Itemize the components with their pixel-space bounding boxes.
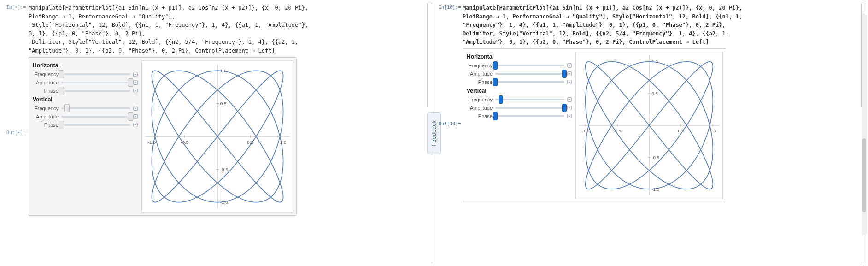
svg-text:1.0: 1.0 — [220, 68, 227, 73]
slider-expand-icon[interactable]: ▸ — [133, 80, 138, 85]
slider-expand-icon[interactable]: ▸ — [567, 63, 572, 68]
slider-track[interactable] — [61, 124, 130, 126]
slider-track[interactable] — [61, 82, 130, 83]
slider-label: Frequency — [466, 63, 493, 68]
slider-row: Amplitude▸ — [466, 105, 572, 111]
slider-row: Amplitude▸ — [466, 71, 572, 77]
svg-text:-0.5: -0.5 — [181, 139, 189, 144]
slider-row: Frequency▸ — [466, 63, 572, 68]
manipulate-panel: ⊗ HorizontalFrequency▸Amplitude▸Phase▸Ve… — [29, 57, 297, 216]
slider-row: Phase▸ — [466, 113, 572, 119]
slider-thumb[interactable] — [59, 121, 64, 129]
svg-text:1.0: 1.0 — [652, 59, 658, 64]
slider-track[interactable] — [61, 107, 130, 109]
slider-row: Frequency▸ — [32, 106, 138, 111]
slider-track[interactable] — [495, 107, 564, 109]
slider-thumb[interactable] — [562, 70, 567, 78]
slider-row: Phase▸ — [466, 79, 572, 85]
manipulate-panel: ⊗ HorizontalFrequency▸Amplitude▸Phase▸Ve… — [463, 48, 726, 202]
group-title: Vertical — [33, 96, 138, 103]
input-code[interactable]: Manipulate[ParametricPlot[{a1 Sin[n1 (x … — [463, 4, 748, 47]
slider-label: Frequency — [32, 106, 59, 111]
svg-text:-1.0: -1.0 — [220, 200, 229, 205]
slider-track[interactable] — [495, 99, 564, 100]
svg-text:0.5: 0.5 — [220, 101, 227, 106]
slider-track[interactable] — [495, 73, 564, 75]
slider-track[interactable] — [495, 81, 564, 83]
slider-row: Amplitude▸ — [32, 114, 138, 119]
svg-text:0.5: 0.5 — [678, 128, 684, 133]
slider-expand-icon[interactable]: ▸ — [567, 80, 572, 84]
input-code[interactable]: Manipulate[ParametricPlot[{a1 Sin[n1 (x … — [29, 4, 314, 55]
group-title: Horizontal — [467, 53, 572, 60]
output-cell: Out[10]= ⊗ HorizontalFrequency▸Amplitude… — [439, 48, 863, 202]
svg-text:-0.5: -0.5 — [652, 155, 660, 160]
slider-row: Frequency▸ — [466, 97, 572, 102]
slider-track[interactable] — [61, 73, 130, 75]
slider-label: Phase — [466, 79, 493, 85]
slider-thumb[interactable] — [499, 95, 503, 104]
in-label: In[•]:= — [5, 4, 26, 10]
svg-text:-1.0: -1.0 — [148, 139, 156, 144]
slider-thumb[interactable] — [59, 87, 64, 95]
out-label: Out[10]= — [439, 120, 460, 126]
scrollbar[interactable] — [862, 14, 867, 235]
slider-expand-icon[interactable]: ▸ — [133, 106, 138, 111]
svg-text:-1.0: -1.0 — [581, 128, 589, 133]
slider-thumb[interactable] — [128, 78, 133, 87]
group-title: Horizontal — [33, 62, 138, 69]
slider-row: Phase▸ — [32, 122, 138, 128]
scroll-thumb[interactable] — [862, 138, 866, 212]
out-label: Out[•]= — [5, 129, 26, 135]
lissajous-plot: -1.0-0.50.51.0-1.0-0.50.51.0 — [141, 60, 293, 213]
slider-track[interactable] — [495, 115, 564, 117]
input-cell: In[10]:= Manipulate[ParametricPlot[{a1 S… — [439, 4, 863, 47]
slider-row: Frequency▸ — [32, 71, 138, 77]
slider-expand-icon[interactable]: ▸ — [567, 114, 572, 118]
slider-expand-icon[interactable]: ▸ — [567, 106, 572, 110]
slider-thumb[interactable] — [493, 112, 498, 120]
slider-label: Amplitude — [32, 114, 59, 119]
slider-track[interactable] — [495, 65, 564, 66]
svg-text:-1.0: -1.0 — [652, 187, 660, 192]
svg-text:1.0: 1.0 — [710, 128, 716, 133]
svg-text:1.0: 1.0 — [280, 139, 287, 144]
slider-thumb[interactable] — [562, 104, 567, 112]
controls-column: HorizontalFrequency▸Amplitude▸Phase▸Vert… — [32, 60, 138, 213]
in-label: In[10]:= — [439, 4, 460, 10]
output-cell: Out[•]= ⊗ HorizontalFrequency▸Amplitude▸… — [5, 57, 429, 216]
slider-thumb[interactable] — [59, 70, 64, 78]
slider-row: Phase▸ — [32, 88, 138, 94]
slider-label: Frequency — [32, 71, 59, 77]
controls-column: HorizontalFrequency▸Amplitude▸Phase▸Vert… — [466, 52, 572, 199]
slider-label: Frequency — [466, 97, 493, 102]
svg-text:-0.5: -0.5 — [220, 166, 229, 171]
slider-expand-icon[interactable]: ▸ — [567, 97, 572, 102]
slider-track[interactable] — [61, 116, 130, 118]
slider-expand-icon[interactable]: ▸ — [133, 72, 138, 77]
slider-label: Phase — [32, 122, 59, 128]
slider-thumb[interactable] — [493, 61, 498, 70]
input-cell: In[•]:= Manipulate[ParametricPlot[{a1 Si… — [5, 4, 429, 55]
slider-track[interactable] — [61, 90, 130, 92]
svg-text:0.5: 0.5 — [652, 91, 658, 96]
slider-label: Amplitude — [466, 71, 493, 77]
lissajous-plot: -1.0-0.50.51.0-1.0-0.50.51.0 — [575, 52, 723, 199]
slider-label: Amplitude — [466, 105, 493, 111]
svg-text:-0.5: -0.5 — [614, 128, 622, 133]
slider-thumb[interactable] — [493, 78, 498, 86]
slider-thumb[interactable] — [64, 104, 70, 112]
group-title: Vertical — [467, 88, 572, 94]
slider-label: Phase — [466, 113, 493, 119]
slider-expand-icon[interactable]: ▸ — [567, 71, 572, 76]
slider-expand-icon[interactable]: ▸ — [133, 114, 138, 119]
slider-row: Amplitude▸ — [32, 80, 138, 85]
svg-text:0.5: 0.5 — [247, 139, 253, 144]
slider-expand-icon[interactable]: ▸ — [133, 123, 138, 127]
slider-expand-icon[interactable]: ▸ — [133, 89, 138, 93]
slider-label: Amplitude — [32, 80, 59, 85]
slider-thumb[interactable] — [128, 112, 133, 121]
slider-label: Phase — [32, 88, 59, 94]
